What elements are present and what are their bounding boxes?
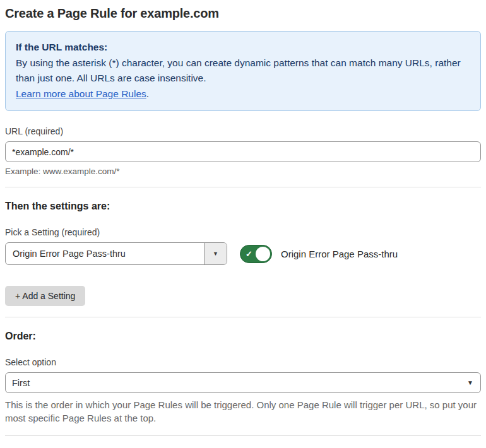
order-select[interactable]: First ▼: [5, 372, 481, 393]
check-icon: ✓: [246, 250, 252, 258]
url-helper-text: Example: www.example.com/*: [5, 167, 481, 176]
learn-more-link[interactable]: Learn more about Page Rules: [16, 88, 146, 99]
setting-row: Origin Error Page Pass-thru ▼ ✓ Origin E…: [5, 242, 481, 265]
page-title: Create a Page Rule for example.com: [5, 6, 481, 21]
order-select-value: First: [12, 378, 30, 388]
divider: [5, 317, 481, 317]
setting-toggle-label: Origin Error Page Pass-thru: [281, 249, 398, 259]
divider: [5, 435, 481, 436]
url-field-label: URL (required): [5, 126, 481, 136]
pick-setting-label: Pick a Setting (required): [5, 227, 481, 237]
setting-dropdown-value: Origin Error Page Pass-thru: [6, 243, 204, 264]
setting-dropdown-button[interactable]: ▼: [204, 243, 227, 264]
chevron-down-icon: ▼: [467, 380, 473, 386]
info-box-heading: If the URL matches:: [16, 40, 470, 55]
chevron-down-icon: ▼: [213, 251, 218, 257]
settings-section-heading: Then the settings are:: [5, 201, 481, 212]
url-input[interactable]: [5, 141, 481, 162]
setting-dropdown[interactable]: Origin Error Page Pass-thru ▼: [5, 242, 227, 265]
add-setting-button[interactable]: + Add a Setting: [5, 286, 85, 306]
info-box-link-line: Learn more about Page Rules.: [16, 86, 470, 102]
order-helper-text: This is the order in which your Page Rul…: [5, 398, 481, 425]
toggle-knob: [256, 247, 270, 261]
divider: [5, 187, 481, 187]
order-select-label: Select option: [5, 357, 481, 367]
create-page-rule-panel: Create a Page Rule for example.com If th…: [0, 0, 486, 448]
info-box-body: By using the asterisk (*) character, you…: [16, 56, 470, 86]
url-match-info-box: If the URL matches: By using the asteris…: [5, 31, 481, 111]
order-section-heading: Order:: [5, 331, 481, 342]
link-suffix: .: [146, 88, 149, 99]
setting-toggle[interactable]: ✓: [240, 245, 272, 263]
